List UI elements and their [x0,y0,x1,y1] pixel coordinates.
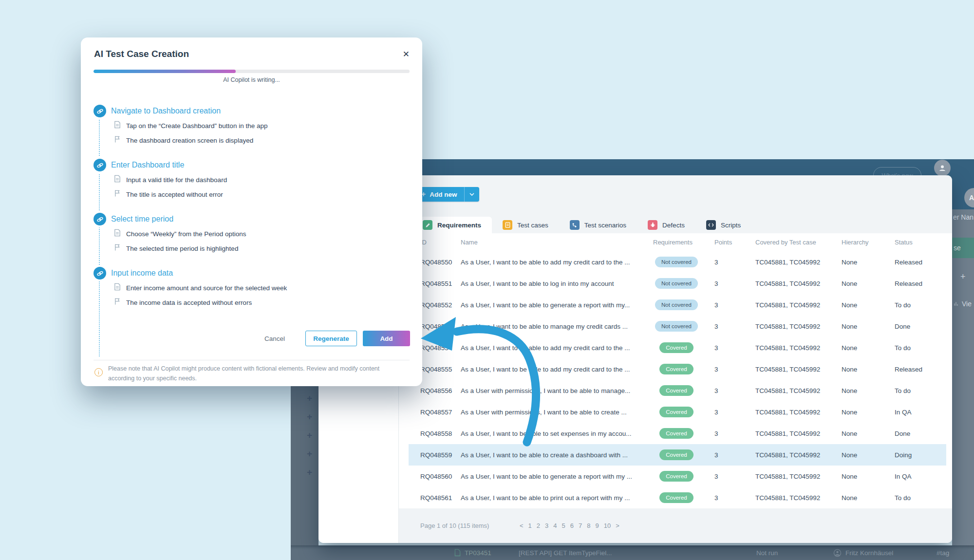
ai-copilot-icon [94,105,106,117]
close-icon[interactable]: ✕ [401,47,412,61]
coverage-badge: Covered [659,428,693,439]
page-summary: Page 1 of 10 (115 items) [420,508,489,543]
page-link[interactable]: 10 [601,522,613,529]
cell-coverage: Covered [645,337,708,358]
tab-requirements[interactable]: Requirements [412,217,492,233]
tree-expand-icon[interactable]: + [307,412,312,421]
tree-expand-icon[interactable]: + [307,430,312,440]
step-action: Enter income amount and source for the s… [111,283,403,293]
close-button-fragment[interactable]: se [952,238,974,258]
cell-name: As a User, I want to be able to add my c… [461,251,630,273]
cell-hierarchy: None [842,337,857,358]
test-row-owner: Fritz Kornhäusel [833,545,893,560]
step-action: Choose “Weekly” from the Period options [111,229,403,239]
cell-points: 3 [714,444,718,466]
column-header[interactable]: Status [895,233,913,251]
table-row[interactable]: RQ048550As a User, I want to be able to … [399,251,952,273]
page-link[interactable]: 9 [593,522,601,529]
cell-covered-by: TC045881, TC045992 [755,294,820,316]
cell-status: Doing [895,444,912,466]
page-link[interactable]: 8 [584,522,593,529]
test-step: Navigate to Dashboard creationTap on the… [94,105,403,145]
table-row[interactable]: RQ048561As a User, I want to be able to … [399,487,952,508]
add-new-dropdown[interactable] [464,187,479,202]
cell-status: To do [895,337,911,358]
step-doc-icon [114,229,121,239]
table-row[interactable]: RQ048560As a User, I want to be able to … [399,466,952,487]
cell-coverage: Not covered [645,316,708,337]
view-fragment[interactable]: Vie [953,300,972,308]
cell-coverage: Covered [645,444,708,466]
code-icon [706,220,716,230]
tab-label: Scripts [721,222,741,229]
plus-icon[interactable]: + [960,272,966,282]
chevron-down-icon [469,193,474,196]
cell-coverage: Covered [645,466,708,487]
cell-status: To do [895,380,911,401]
notifications-avatar-icon[interactable] [934,160,951,176]
coverage-badge: Not covered [655,299,698,310]
cell-status: In QA [895,466,912,487]
cell-points: 3 [714,466,718,487]
person-icon [938,164,947,172]
tab-test-cases[interactable]: Test cases [492,217,559,233]
column-header[interactable]: Hierarchy [842,233,869,251]
progress-status: AI Copilot is writing... [81,76,422,83]
page-link[interactable]: 3 [543,522,551,529]
tab-test-scenarios[interactable]: Test scenarios [559,217,637,233]
page-link[interactable]: 2 [534,522,543,529]
page-link[interactable]: 6 [568,522,576,529]
column-header[interactable]: Covered by Test case [755,233,816,251]
cell-coverage: Not covered [645,273,708,294]
background-bottom-row: TP03451 [REST API] GET ItemTypeFiel... N… [291,545,974,560]
column-header[interactable]: Points [714,233,732,251]
step-expected: The income data is accepted without erro… [111,298,403,307]
tab-scripts[interactable]: Scripts [695,217,751,233]
coverage-badge: Covered [659,364,693,374]
step-title: Navigate to Dashboard creation [111,105,403,117]
flow-icon [570,220,580,230]
document-icon [503,220,512,230]
coverage-badge: Covered [659,492,693,503]
cell-status: Released [895,251,922,273]
tree-expand-icon[interactable]: + [307,467,312,477]
progress-bar [94,70,410,73]
user-avatar[interactable]: AC [964,188,974,207]
cancel-button[interactable]: Cancel [260,331,289,346]
ai-copilot-icon [94,213,106,225]
add-button[interactable]: Add [363,331,410,346]
page-link[interactable]: > [613,522,622,529]
regenerate-button[interactable]: Regenerate [305,331,357,346]
cell-coverage: Covered [645,487,708,508]
cell-covered-by: TC045881, TC045992 [755,380,820,401]
coverage-badge: Not covered [655,278,698,289]
coverage-badge: Not covered [655,321,698,332]
page-link[interactable]: 7 [576,522,584,529]
column-header[interactable]: Requirements [653,233,693,251]
page-link[interactable]: 1 [526,522,534,529]
divider [94,360,410,360]
step-action-text: Tap on the “Create Dashboard” button in … [126,122,267,130]
cell-covered-by: TC045881, TC045992 [755,273,820,294]
add-new-button[interactable]: + Add new [414,187,479,202]
cell-coverage: Covered [645,423,708,444]
page-link[interactable]: 5 [560,522,568,529]
background-right-panel: er Nan se + Vie [952,209,974,545]
tab-label: Test scenarios [584,222,626,229]
cell-hierarchy: None [842,358,857,380]
tab-defects[interactable]: Defects [637,217,695,233]
column-header[interactable]: Name [461,233,478,251]
tree-expand-icon[interactable]: + [307,393,312,403]
page-link[interactable]: < [517,522,526,529]
coverage-badge: Covered [659,385,693,396]
cell-status: To do [895,294,911,316]
cell-status: Done [895,316,910,337]
cell-points: 3 [714,294,718,316]
tree-expand-icon[interactable]: + [307,449,312,458]
page-link[interactable]: 4 [551,522,559,529]
pencil-icon [423,220,432,230]
test-row-status: Not run [756,545,778,560]
cell-covered-by: TC045881, TC045992 [755,423,820,444]
tab-label: Requirements [437,222,481,229]
cell-points: 3 [714,401,718,423]
